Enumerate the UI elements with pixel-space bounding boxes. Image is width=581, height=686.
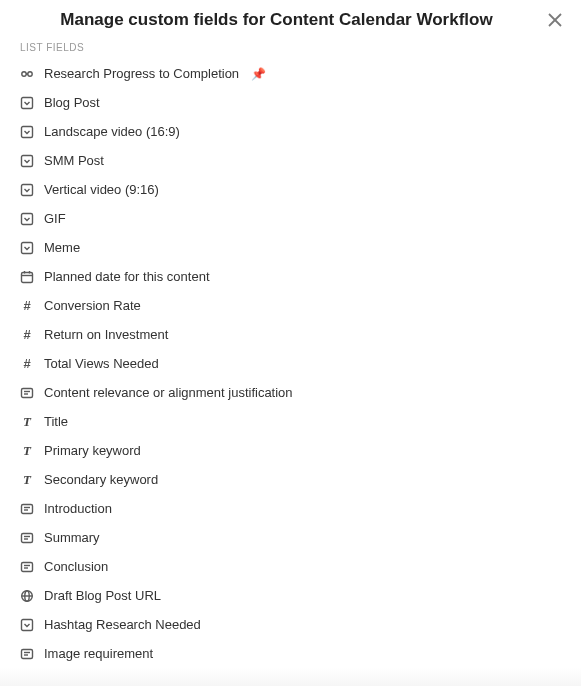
field-label: Draft Blog Post URL [44, 588, 161, 603]
field-row[interactable]: #Total Views Needed [12, 349, 569, 378]
field-label: Total Views Needed [44, 356, 159, 371]
dropdown-icon [20, 212, 34, 226]
dropdown-icon [20, 125, 34, 139]
field-label: Introduction [44, 501, 112, 516]
field-row[interactable]: Draft Blog Post URL [12, 581, 569, 610]
field-label: Conclusion [44, 559, 108, 574]
field-label: SMM Post [44, 153, 104, 168]
field-label: Title [44, 414, 68, 429]
field-row[interactable]: Introduction [12, 494, 569, 523]
field-label: Secondary keyword [44, 472, 158, 487]
field-row[interactable]: Vertical video (9:16) [12, 175, 569, 204]
textarea-icon [20, 647, 34, 661]
field-row[interactable]: Summary [12, 523, 569, 552]
field-row[interactable]: GIF [12, 204, 569, 233]
date-icon [20, 270, 34, 284]
field-row[interactable]: #Return on Investment [12, 320, 569, 349]
url-icon [20, 589, 34, 603]
textarea-icon [20, 502, 34, 516]
field-row[interactable]: Image requirement [12, 639, 569, 668]
pin-icon: 📌 [251, 67, 266, 81]
number-icon: # [20, 357, 34, 371]
field-label: Meme [44, 240, 80, 255]
text-icon: T [20, 473, 34, 487]
progress-icon [20, 67, 34, 81]
field-row[interactable]: Hashtag Research Needed [12, 610, 569, 639]
panel-title: Manage custom fields for Content Calenda… [16, 10, 537, 30]
dropdown-icon [20, 96, 34, 110]
field-label: Vertical video (9:16) [44, 182, 159, 197]
text-icon: T [20, 415, 34, 429]
field-label: Blog Post [44, 95, 100, 110]
field-list: Research Progress to Completion📌Blog Pos… [0, 59, 581, 668]
field-row[interactable]: Landscape video (16:9) [12, 117, 569, 146]
field-row[interactable]: Content relevance or alignment justifica… [12, 378, 569, 407]
field-row[interactable]: Blog Post [12, 88, 569, 117]
field-row[interactable]: Conclusion [12, 552, 569, 581]
panel-header: Manage custom fields for Content Calenda… [0, 10, 581, 38]
field-row[interactable]: TSecondary keyword [12, 465, 569, 494]
field-row[interactable]: SMM Post [12, 146, 569, 175]
number-icon: # [20, 328, 34, 342]
close-button[interactable] [545, 10, 565, 30]
textarea-icon [20, 386, 34, 400]
manage-custom-fields-panel: Manage custom fields for Content Calenda… [0, 0, 581, 686]
field-label: GIF [44, 211, 66, 226]
field-label: Return on Investment [44, 327, 168, 342]
field-label: Conversion Rate [44, 298, 141, 313]
field-label: Image requirement [44, 646, 153, 661]
field-row[interactable]: TPrimary keyword [12, 436, 569, 465]
field-label: Planned date for this content [44, 269, 210, 284]
field-label: Research Progress to Completion [44, 66, 239, 81]
dropdown-icon [20, 618, 34, 632]
field-row[interactable]: Research Progress to Completion📌 [12, 59, 569, 88]
field-label: Landscape video (16:9) [44, 124, 180, 139]
field-label: Summary [44, 530, 100, 545]
field-label: Hashtag Research Needed [44, 617, 201, 632]
textarea-icon [20, 560, 34, 574]
field-row[interactable]: TTitle [12, 407, 569, 436]
dropdown-icon [20, 154, 34, 168]
textarea-icon [20, 531, 34, 545]
field-row[interactable]: Meme [12, 233, 569, 262]
field-label: Content relevance or alignment justifica… [44, 385, 293, 400]
dropdown-icon [20, 241, 34, 255]
dropdown-icon [20, 183, 34, 197]
section-label-list-fields: LIST FIELDS [0, 38, 581, 59]
field-row[interactable]: #Conversion Rate [12, 291, 569, 320]
scroll-fade [0, 668, 581, 686]
field-label: Primary keyword [44, 443, 141, 458]
number-icon: # [20, 299, 34, 313]
field-row[interactable]: Planned date for this content [12, 262, 569, 291]
text-icon: T [20, 444, 34, 458]
close-icon [548, 13, 562, 27]
